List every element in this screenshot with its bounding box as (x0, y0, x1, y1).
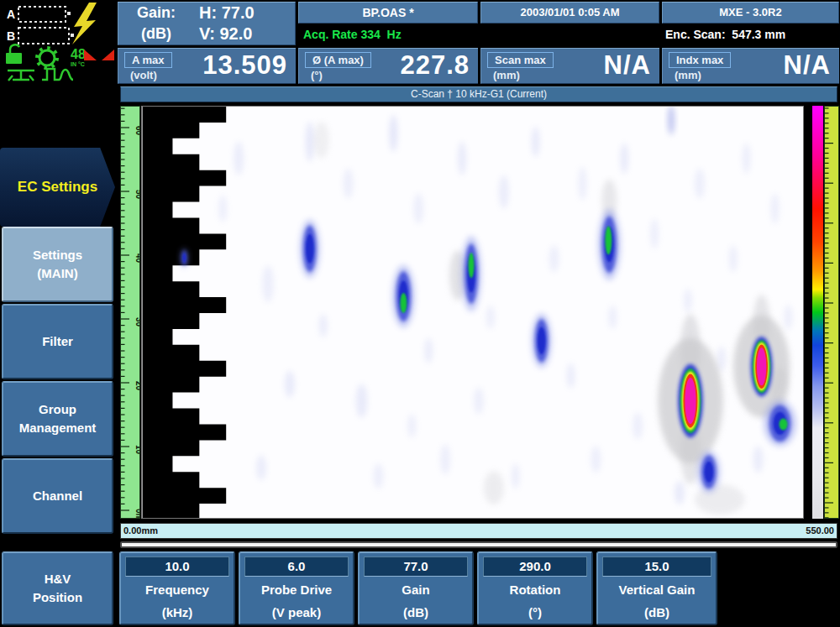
param-frequency-label: Frequency (121, 578, 234, 601)
gain-h-value: H: 77.0 (194, 3, 295, 23)
svg-text:0mm: 0mm (134, 509, 140, 519)
param-gain-value: 77.0 (364, 556, 468, 577)
power-lightning-icon (72, 3, 97, 44)
temperature-value: 48 (71, 47, 86, 61)
reading-indxmax-label[interactable]: Indx max (669, 52, 731, 68)
unscanned-mask (143, 107, 227, 518)
param-rotation-label: Rotation (479, 578, 591, 601)
sidebar-item-channel[interactable]: Channel (2, 458, 113, 534)
cscan-indication (598, 209, 621, 280)
param-gain-unit: (dB) (360, 601, 472, 624)
probe-clamp-icon (8, 71, 34, 81)
reading-indxmax-cell: Indx max (mm) N/A (662, 48, 839, 84)
reading-phase-label[interactable]: Ø (A max) (305, 52, 371, 68)
param-probe-drive-button[interactable]: 6.0 Probe Drive (V peak) (239, 551, 354, 625)
cscan-indication (461, 236, 481, 311)
header-spacer (480, 25, 659, 45)
scan-scrollbar[interactable] (120, 541, 837, 548)
index-axis-ruler: 6050403020100mm (120, 106, 140, 519)
svg-text:20: 20 (134, 381, 140, 391)
channel-b-label: B (7, 29, 15, 43)
file-name[interactable]: BP.OAS * (298, 2, 478, 24)
gain-label: Gain: (118, 4, 194, 22)
channel-b-gate-box (18, 28, 69, 44)
svg-text:-4: -4 (837, 381, 839, 388)
sidebar-menu-title[interactable]: EC Settings (0, 148, 115, 227)
reading-amax-cell: A max (volt) 13.509 (118, 48, 296, 84)
svg-text:-10: -10 (837, 501, 839, 512)
reading-phase-unit: (°) (311, 69, 323, 81)
reading-phase-value: 227.8 (400, 50, 470, 81)
param-frequency-value: 10.0 (125, 556, 229, 577)
svg-text:-2: -2 (837, 342, 839, 348)
param-vertical-gain-label: Vertical Gain (598, 578, 716, 601)
svg-text:4: 4 (837, 222, 839, 226)
software-version: MXE - 3.0R2 (662, 2, 839, 24)
gain-v-value: V: 92.0 (194, 24, 295, 44)
reading-amax-label[interactable]: A max (124, 52, 172, 68)
cscan-title-bar: C-Scan † 10 kHz-G1 (Current) (120, 86, 837, 102)
amplitude-colorbar (812, 106, 823, 519)
param-gain-label: Gain (360, 578, 472, 601)
param-vertical-gain-button[interactable]: 15.0 Vertical Gain (dB) (596, 551, 717, 625)
param-frequency-button[interactable]: 10.0 Frequency (kHz) (119, 551, 235, 625)
sidebar-item-group-management[interactable]: Group Management (2, 381, 113, 457)
scan-axis-start: 0.00mm (123, 525, 158, 536)
sidebar-item-settings-main[interactable]: Settings (MAIN) (2, 227, 113, 302)
cscan-indication (764, 400, 796, 447)
reading-phase-cell: Ø (A max) (°) 227.8 (298, 48, 478, 84)
lock-open-icon (6, 44, 22, 64)
reading-amax-value: 13.509 (202, 50, 287, 81)
svg-text:0: 0 (837, 301, 839, 306)
svg-text:10: 10 (134, 445, 140, 455)
param-gain-button[interactable]: 77.0 Gain (dB) (358, 551, 474, 625)
svg-text:6: 6 (837, 181, 839, 185)
waveform-icon (42, 69, 73, 80)
svg-text:8: 8 (837, 142, 839, 146)
cscan-indication (392, 265, 415, 328)
param-probe-drive-label: Probe Drive (240, 578, 353, 601)
svg-text:60: 60 (134, 126, 140, 136)
channel-b-gate-dot (71, 34, 74, 37)
cscan-indication (181, 248, 188, 267)
cscan-plot-area[interactable] (141, 106, 804, 519)
svg-text:50: 50 (134, 190, 140, 200)
sidebar-item-filter[interactable]: Filter (2, 304, 113, 379)
svg-text:-8: -8 (837, 461, 839, 468)
reading-scanmax-label[interactable]: Scan max (487, 52, 554, 68)
datetime: 2003/01/01 0:05 AM (480, 2, 659, 24)
scan-axis-end: 550.00 (806, 525, 834, 536)
gear-icon (37, 48, 57, 68)
channel-a-gate-dot (67, 12, 71, 15)
sidebar-item-hv-position[interactable]: H&V Position (2, 551, 113, 625)
reading-scanmax-cell: Scan max (mm) N/A (480, 48, 659, 84)
reading-amax-unit: (volt) (130, 69, 157, 81)
param-probe-drive-unit: (V peak) (240, 601, 353, 624)
acq-rate: Acq. Rate 334 Hz (298, 25, 478, 45)
svg-text:-6: -6 (837, 421, 839, 428)
param-rotation-button[interactable]: 290.0 Rotation (°) (477, 551, 593, 625)
param-probe-drive-value: 6.0 (244, 556, 349, 577)
cscan-indication (697, 451, 720, 493)
encoder-scan: Enc. Scan: 547.3 mm (662, 25, 839, 45)
cscan-indication (532, 313, 552, 368)
svg-text:2: 2 (837, 261, 839, 265)
svg-text:30: 30 (134, 317, 140, 327)
cscan-indication (300, 219, 320, 278)
status-icon-panel: A B 48 IN °C (0, 0, 118, 84)
amplitude-axis-ruler: 86420-2-4-6-8-10 (824, 106, 839, 519)
reading-scanmax-value: N/A (604, 50, 651, 81)
cscan-indication (658, 338, 723, 463)
reading-indxmax-value: N/A (784, 50, 831, 81)
alarm-indicator-icons (84, 50, 114, 60)
param-vertical-gain-value: 15.0 (602, 556, 711, 577)
param-rotation-value: 290.0 (483, 556, 587, 577)
temperature-unit: IN °C (71, 61, 85, 67)
gain-cell: Gain: H: 77.0 (dB) V: 92.0 (118, 2, 296, 45)
gain-unit: (dB) (118, 25, 194, 43)
param-rotation-unit: (°) (479, 601, 591, 624)
param-vertical-gain-unit: (dB) (598, 601, 716, 624)
channel-a-label: A (7, 8, 15, 21)
scan-axis-bar: 0.00mm 550.00 (120, 523, 837, 539)
channel-a-gate-box (18, 7, 66, 22)
